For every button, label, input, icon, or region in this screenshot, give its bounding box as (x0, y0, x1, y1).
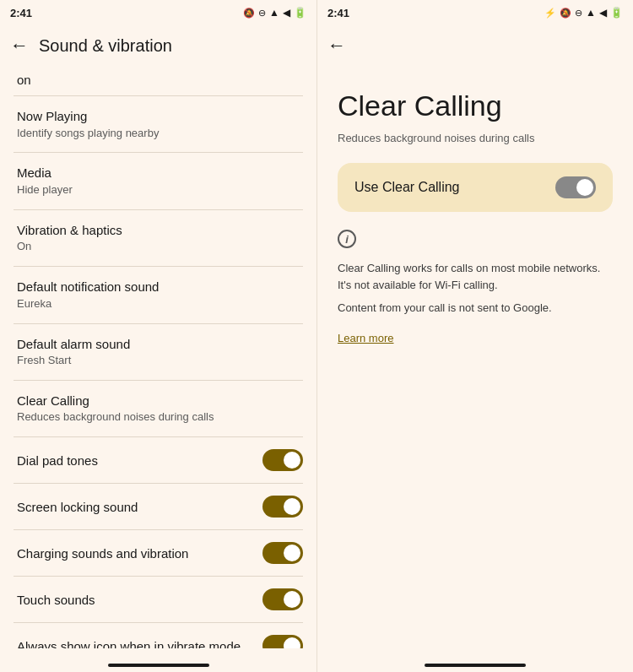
left-top-bar: ← Sound & vibration (0, 24, 316, 68)
notification-sound-subtitle: Eureka (17, 297, 303, 312)
settings-item-alarm-sound[interactable]: Default alarm sound Fresh Start (0, 324, 316, 380)
settings-item-screen-locking[interactable]: Screen locking sound (0, 484, 316, 529)
touch-sounds-title: Touch sounds (17, 592, 262, 609)
clear-calling-page-subtitle: Reduces background noises during calls (338, 131, 613, 146)
use-clear-calling-label: Use Clear Calling (354, 180, 460, 195)
settings-item-charging[interactable]: Charging sounds and vibration (0, 530, 316, 576)
notification-sound-title: Default notification sound (17, 279, 303, 295)
media-subtitle: Hide player (17, 183, 303, 198)
vibration-title: Vibration & haptics (17, 222, 303, 239)
info-icon: i (338, 230, 356, 248)
right-top-bar: ← (317, 24, 633, 68)
clear-calling-page-title: Clear Calling (338, 89, 613, 122)
settings-item-clear-calling[interactable]: Clear Calling Reduces background noises … (0, 381, 316, 436)
charging-toggle[interactable] (262, 542, 303, 564)
left-nav-bar (108, 664, 209, 667)
clear-calling-left-subtitle: Reduces background noises during calls (17, 410, 303, 425)
vibration-subtitle: On (17, 240, 303, 254)
right-mute-icon: 🔕 (560, 8, 571, 19)
info-section: i (338, 229, 613, 248)
dial-pad-title: Dial pad tones (17, 453, 262, 469)
vibrate-icon-title: Always show icon when in vibrate mode (17, 638, 262, 648)
right-circle-icon: ⊖ (575, 8, 582, 19)
dial-pad-toggle-knob (284, 452, 300, 469)
info-body-1: Clear Calling works for calls on most mo… (338, 260, 613, 293)
settings-item-now-playing[interactable]: Now Playing Identify songs playing nearb… (0, 96, 316, 152)
use-clear-calling-toggle-knob (576, 179, 593, 196)
settings-item-media[interactable]: Media Hide player (0, 153, 316, 209)
screen-locking-toggle[interactable] (262, 496, 303, 518)
info-text-block: Clear Calling works for calls on most mo… (338, 260, 613, 346)
signal-icon: ◀ (283, 7, 290, 19)
use-clear-calling-toggle[interactable] (555, 176, 596, 198)
touch-sounds-toggle-knob (284, 591, 300, 608)
left-nav-indicator (0, 648, 316, 672)
right-status-bar: 2:41 ⚡ 🔕 ⊖ ▲ ◀ 🔋 (317, 0, 633, 24)
charging-toggle-knob (284, 545, 300, 561)
settings-item-dial-pad[interactable]: Dial pad tones (0, 437, 316, 483)
right-content-area: Clear Calling Reduces background noises … (317, 68, 633, 648)
circle-minus-icon: ⊖ (258, 8, 266, 19)
clear-calling-card: Use Clear Calling (338, 163, 613, 212)
vibrate-icon-toggle[interactable] (262, 635, 303, 648)
left-status-time: 2:41 (10, 7, 32, 19)
right-status-time: 2:41 (327, 7, 349, 19)
right-battery-icon: 🔋 (610, 7, 623, 19)
alarm-sound-subtitle: Fresh Start (17, 354, 303, 368)
mute-icon: 🔕 (243, 8, 255, 19)
alarm-sound-title: Default alarm sound (17, 336, 303, 353)
charging-title: Charging sounds and vibration (17, 545, 262, 562)
right-signal-icon: ◀ (599, 7, 607, 19)
settings-item-touch-sounds[interactable]: Touch sounds (0, 577, 316, 622)
left-page-title: Sound & vibration (39, 36, 172, 56)
right-nav-indicator (317, 648, 633, 672)
left-panel: 2:41 🔕 ⊖ ▲ ◀ 🔋 ← Sound & vibration on No… (0, 0, 316, 672)
touch-sounds-toggle[interactable] (262, 588, 303, 610)
learn-more-link[interactable]: Learn more (338, 330, 393, 347)
right-bolt-icon: ⚡ (544, 8, 556, 19)
screen-locking-title: Screen locking sound (17, 499, 262, 516)
wifi-icon: ▲ (269, 7, 279, 19)
battery-icon: 🔋 (294, 7, 306, 19)
now-playing-subtitle: Identify songs playing nearby (17, 127, 303, 141)
info-body-2: Content from your call is not sent to Go… (338, 300, 613, 317)
partial-on-label: on (0, 68, 316, 95)
settings-item-vibrate-icon[interactable]: Always show icon when in vibrate mode (0, 623, 316, 648)
right-back-button[interactable]: ← (324, 33, 353, 58)
right-wifi-icon: ▲ (586, 7, 596, 19)
left-status-bar: 2:41 🔕 ⊖ ▲ ◀ 🔋 (0, 0, 316, 24)
screen-locking-toggle-knob (284, 498, 300, 515)
media-title: Media (17, 165, 303, 182)
settings-item-notification-sound[interactable]: Default notification sound Eureka (0, 267, 316, 322)
dial-pad-toggle[interactable] (262, 449, 303, 471)
settings-item-vibration[interactable]: Vibration & haptics On (0, 210, 316, 266)
left-back-button[interactable]: ← (7, 33, 35, 58)
right-panel: 2:41 ⚡ 🔕 ⊖ ▲ ◀ 🔋 ← Clear Calling Reduces… (316, 0, 633, 672)
right-nav-bar (425, 664, 526, 667)
now-playing-title: Now Playing (17, 108, 303, 125)
left-status-icons: 🔕 ⊖ ▲ ◀ 🔋 (243, 7, 306, 19)
vibrate-icon-toggle-knob (284, 637, 300, 648)
clear-calling-left-title: Clear Calling (17, 393, 303, 409)
settings-list: on Now Playing Identify songs playing ne… (0, 68, 316, 648)
right-status-icons: ⚡ 🔕 ⊖ ▲ ◀ 🔋 (544, 7, 623, 19)
